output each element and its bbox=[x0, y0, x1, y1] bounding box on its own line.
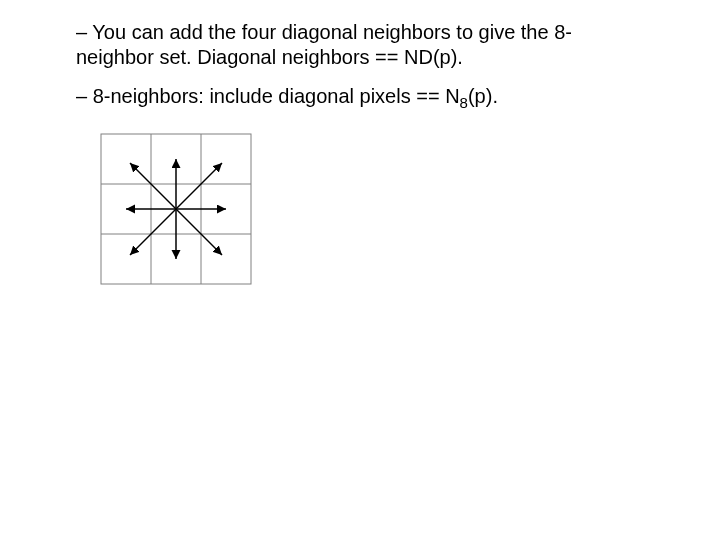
svg-line-11 bbox=[130, 209, 176, 255]
bullet-1: – You can add the four diagonal neighbor… bbox=[76, 20, 640, 70]
bullet-2-text-before: 8-neighbors: include diagonal pixels == … bbox=[93, 85, 460, 107]
bullet-2-dash: – bbox=[76, 85, 93, 107]
bullet-2-text-after: (p). bbox=[468, 85, 498, 107]
bullet-1-dash: – bbox=[76, 21, 92, 43]
neighbor-diagram bbox=[96, 129, 640, 294]
svg-line-12 bbox=[176, 209, 222, 255]
bullet-2-subscript: 8 bbox=[460, 94, 468, 111]
svg-line-9 bbox=[130, 163, 176, 209]
eight-neighbor-grid-icon bbox=[96, 129, 256, 289]
slide: – You can add the four diagonal neighbor… bbox=[0, 0, 720, 540]
svg-line-10 bbox=[176, 163, 222, 209]
bullet-1-text: You can add the four diagonal neighbors … bbox=[76, 21, 572, 68]
bullet-2: – 8-neighbors: include diagonal pixels =… bbox=[76, 84, 640, 109]
